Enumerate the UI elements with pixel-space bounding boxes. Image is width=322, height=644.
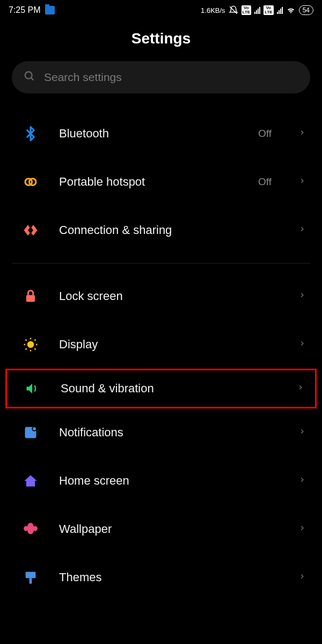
svg-point-0: [25, 72, 32, 79]
chevron-right-icon: [297, 384, 304, 393]
chevron-right-icon: [298, 340, 306, 349]
svg-rect-18: [30, 578, 32, 584]
svg-point-5: [27, 341, 34, 348]
sound-icon: [23, 379, 41, 398]
signal-icon-1: [254, 6, 260, 14]
setting-item-sound-vibration[interactable]: Sound & vibration: [5, 369, 317, 408]
hotspot-icon: [21, 173, 40, 191]
chevron-right-icon: [298, 225, 306, 235]
setting-label: Sound & vibration: [61, 382, 277, 396]
setting-item-hotspot[interactable]: Portable hotspot Off: [0, 158, 322, 206]
settings-list: Bluetooth Off Portable hotspot Off Conne…: [0, 109, 322, 602]
svg-line-13: [26, 349, 27, 350]
chevron-right-icon: [298, 129, 306, 138]
volte-badge-2: VoLTE: [264, 5, 274, 15]
chevron-right-icon: [298, 573, 306, 582]
sun-icon: [21, 335, 40, 354]
dnd-icon: [229, 5, 238, 15]
setting-status: Off: [258, 176, 272, 188]
setting-item-themes[interactable]: Themes: [0, 553, 322, 602]
setting-label: Portable hotspot: [59, 175, 239, 189]
search-input[interactable]: Search settings: [12, 61, 310, 93]
chevron-right-icon: [298, 476, 306, 486]
setting-item-wallpaper[interactable]: Wallpaper: [0, 505, 322, 553]
notifications-icon: [21, 423, 40, 442]
setting-item-notifications[interactable]: Notifications: [0, 408, 322, 457]
chevron-right-icon: [298, 291, 306, 301]
setting-label: Lock screen: [59, 289, 279, 303]
setting-item-connection-sharing[interactable]: Connection & sharing: [0, 206, 322, 254]
status-data-rate: 1.6KB/s: [201, 6, 225, 14]
search-placeholder: Search settings: [44, 71, 122, 84]
brush-icon: [21, 568, 40, 587]
setting-item-bluetooth[interactable]: Bluetooth Off: [0, 109, 322, 158]
home-icon: [21, 472, 40, 490]
svg-line-12: [35, 340, 36, 341]
lock-icon: [21, 287, 40, 305]
battery-indicator: 54: [299, 5, 313, 15]
divider: [12, 263, 310, 264]
wifi-icon: [286, 5, 296, 15]
setting-status: Off: [258, 128, 272, 140]
svg-line-1: [31, 78, 34, 80]
setting-label: Wallpaper: [59, 522, 279, 536]
volte-badge-1: VoLTE: [241, 5, 252, 15]
page-title: Settings: [0, 30, 322, 47]
svg-point-16: [33, 427, 36, 430]
signal-icon-2: [277, 6, 283, 14]
search-icon: [24, 70, 35, 84]
svg-rect-4: [26, 295, 35, 302]
svg-rect-17: [26, 572, 36, 579]
setting-label: Themes: [59, 570, 279, 584]
setting-item-display[interactable]: Display: [0, 320, 322, 369]
setting-label: Connection & sharing: [59, 223, 279, 237]
folder-app-icon: [45, 6, 55, 14]
svg-line-10: [26, 340, 27, 341]
chevron-right-icon: [298, 428, 306, 437]
chevron-right-icon: [298, 524, 306, 534]
setting-label: Notifications: [59, 426, 279, 440]
setting-item-lock-screen[interactable]: Lock screen: [0, 272, 322, 320]
chevron-right-icon: [298, 177, 306, 187]
setting-label: Bluetooth: [59, 127, 239, 141]
connection-icon: [21, 221, 40, 239]
setting-label: Display: [59, 338, 279, 352]
setting-label: Home screen: [59, 474, 279, 488]
status-bar: 7:25 PM 1.6KB/s VoLTE VoLTE 54: [0, 0, 322, 18]
svg-line-11: [35, 349, 36, 350]
setting-item-home-screen[interactable]: Home screen: [0, 457, 322, 505]
status-time: 7:25 PM: [9, 5, 41, 15]
flower-icon: [21, 520, 40, 538]
bluetooth-icon: [21, 125, 40, 143]
